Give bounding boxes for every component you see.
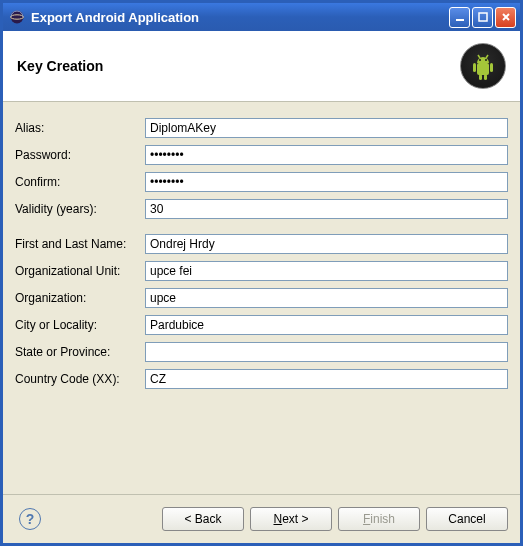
city-input[interactable] (145, 315, 508, 335)
validity-label: Validity (years): (15, 202, 145, 216)
row-city: City or Locality: (15, 315, 508, 335)
ou-label: Organizational Unit: (15, 264, 145, 278)
name-input[interactable] (145, 234, 508, 254)
password-label: Password: (15, 148, 145, 162)
cancel-button[interactable]: Cancel (426, 507, 508, 531)
alias-label: Alias: (15, 121, 145, 135)
minimize-button[interactable] (449, 7, 470, 28)
android-icon (460, 43, 506, 89)
finish-mnemonic: F (363, 512, 370, 526)
window-controls (449, 7, 516, 28)
password-input[interactable] (145, 145, 508, 165)
back-button[interactable]: < Back (162, 507, 244, 531)
finish-button: Finish (338, 507, 420, 531)
row-name: First and Last Name: (15, 234, 508, 254)
svg-rect-5 (473, 63, 476, 72)
svg-rect-2 (456, 19, 464, 21)
row-country: Country Code (XX): (15, 369, 508, 389)
svg-rect-4 (477, 63, 489, 75)
row-ou: Organizational Unit: (15, 261, 508, 281)
svg-point-11 (479, 59, 481, 61)
svg-line-9 (478, 55, 480, 58)
row-org: Organization: (15, 288, 508, 308)
confirm-label: Confirm: (15, 175, 145, 189)
svg-rect-7 (479, 74, 482, 80)
row-state: State or Province: (15, 342, 508, 362)
eclipse-icon (9, 9, 25, 25)
page-title: Key Creation (17, 58, 460, 74)
close-button[interactable] (495, 7, 516, 28)
country-input[interactable] (145, 369, 508, 389)
city-label: City or Locality: (15, 318, 145, 332)
next-mnemonic: N (273, 512, 282, 526)
window-title: Export Android Application (31, 10, 449, 25)
state-label: State or Province: (15, 345, 145, 359)
svg-rect-3 (479, 13, 487, 21)
name-label: First and Last Name: (15, 237, 145, 251)
row-validity: Validity (years): (15, 199, 508, 219)
org-label: Organization: (15, 291, 145, 305)
svg-point-12 (485, 59, 487, 61)
confirm-input[interactable] (145, 172, 508, 192)
dialog-header: Key Creation (3, 31, 520, 102)
maximize-button[interactable] (472, 7, 493, 28)
state-input[interactable] (145, 342, 508, 362)
row-confirm: Confirm: (15, 172, 508, 192)
svg-line-10 (486, 55, 488, 58)
help-icon[interactable]: ? (19, 508, 41, 530)
svg-rect-6 (490, 63, 493, 72)
row-password: Password: (15, 145, 508, 165)
alias-input[interactable] (145, 118, 508, 138)
next-button[interactable]: Next > (250, 507, 332, 531)
org-input[interactable] (145, 288, 508, 308)
svg-rect-8 (484, 74, 487, 80)
validity-input[interactable] (145, 199, 508, 219)
dialog-window: Export Android Application Key Creation (0, 0, 523, 546)
ou-input[interactable] (145, 261, 508, 281)
button-bar: ? < Back Next > Finish Cancel (3, 494, 520, 543)
form-area: Alias: Password: Confirm: Validity (year… (3, 102, 520, 494)
row-alias: Alias: (15, 118, 508, 138)
country-label: Country Code (XX): (15, 372, 145, 386)
title-bar[interactable]: Export Android Application (3, 3, 520, 31)
